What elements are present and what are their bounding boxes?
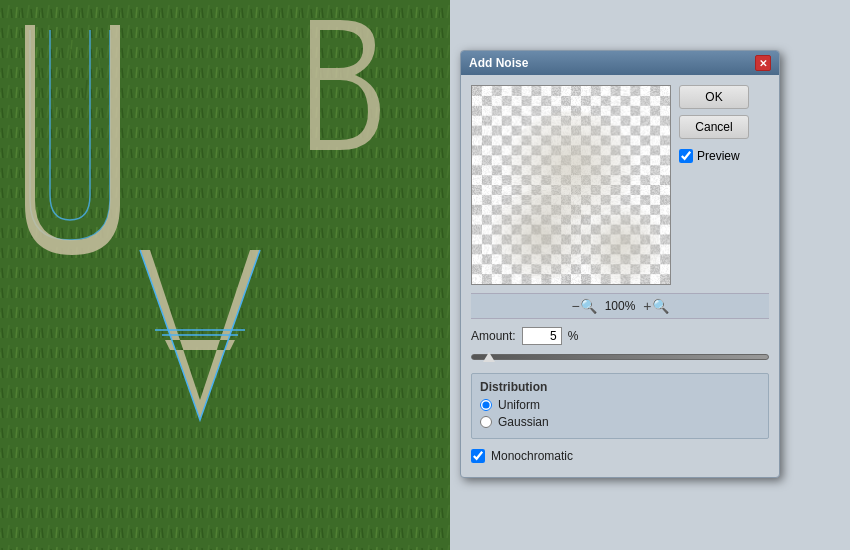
add-noise-dialog: Add Noise ✕ OK Cancel Preview −🔍 100% (460, 50, 780, 478)
zoom-in-icon[interactable]: +🔍 (643, 298, 668, 314)
distribution-section: Distribution Uniform Gaussian (471, 373, 769, 439)
dialog-title: Add Noise (469, 56, 528, 70)
dialog-body: OK Cancel Preview −🔍 100% +🔍 Amount: % (461, 75, 779, 477)
amount-slider-container (471, 349, 769, 365)
amount-input[interactable] (522, 327, 562, 345)
distribution-label: Distribution (480, 380, 760, 394)
preview-section: OK Cancel Preview (471, 85, 769, 285)
gaussian-radio-row: Gaussian (480, 415, 760, 429)
uniform-radio-row: Uniform (480, 398, 760, 412)
dialog-controls: OK Cancel Preview (679, 85, 749, 285)
zoom-out-icon[interactable]: −🔍 (571, 298, 596, 314)
monochromatic-checkbox[interactable] (471, 449, 485, 463)
percent-label: % (568, 329, 579, 343)
amount-slider-thumb[interactable] (483, 352, 495, 362)
ok-button[interactable]: OK (679, 85, 749, 109)
zoom-bar: −🔍 100% +🔍 (471, 293, 769, 319)
uniform-radio[interactable] (480, 399, 492, 411)
svg-rect-1 (0, 0, 450, 550)
zoom-percent-label: 100% (605, 299, 636, 313)
amount-label: Amount: (471, 329, 516, 343)
close-button[interactable]: ✕ (755, 55, 771, 71)
monochromatic-row: Monochromatic (471, 445, 769, 467)
preview-label[interactable]: Preview (697, 149, 740, 163)
monochromatic-label[interactable]: Monochromatic (491, 449, 573, 463)
preview-image (471, 85, 671, 285)
dialog-titlebar: Add Noise ✕ (461, 51, 779, 75)
gaussian-label[interactable]: Gaussian (498, 415, 549, 429)
uniform-label[interactable]: Uniform (498, 398, 540, 412)
gaussian-radio[interactable] (480, 416, 492, 428)
amount-row: Amount: % (471, 327, 769, 345)
preview-checkbox[interactable] (679, 149, 693, 163)
cancel-button[interactable]: Cancel (679, 115, 749, 139)
amount-slider-track (471, 354, 769, 360)
preview-checkbox-row: Preview (679, 149, 749, 163)
